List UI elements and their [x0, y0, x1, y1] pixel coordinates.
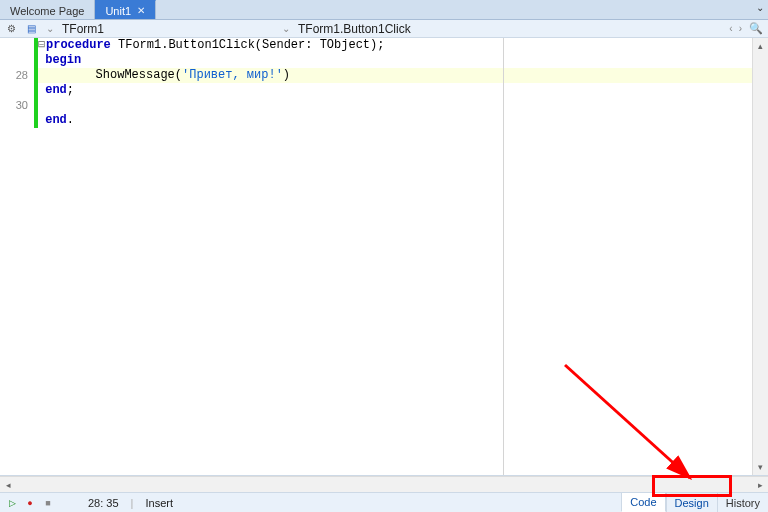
cursor-position: 28: 35	[88, 497, 119, 509]
line-number: 30	[0, 98, 28, 113]
close-icon[interactable]: ✕	[137, 3, 145, 19]
stop-icon[interactable]: ■	[42, 497, 54, 509]
button-label: Design	[675, 497, 709, 509]
code-text: ;	[67, 83, 74, 97]
view-design-button[interactable]: Design	[666, 493, 717, 512]
insert-mode: Insert	[145, 497, 173, 509]
keyword: begin	[45, 53, 81, 67]
code-text: ShowMessage(	[38, 68, 182, 82]
class-icon[interactable]: ⚙	[4, 22, 18, 36]
vertical-splitter[interactable]	[503, 38, 504, 475]
play-icon[interactable]: ▷	[6, 497, 18, 509]
chevron-down-icon[interactable]: ⌄	[44, 23, 56, 34]
scroll-left-icon[interactable]: ◂	[0, 480, 16, 490]
record-icon[interactable]: ●	[24, 497, 36, 509]
button-label: History	[726, 497, 760, 509]
methods-icon[interactable]: ▤	[24, 22, 38, 36]
chevron-down-icon[interactable]: ⌄	[280, 23, 292, 34]
search-icon[interactable]: 🔍	[748, 22, 764, 35]
status-bar: ▷ ● ■ 28: 35 | Insert Code Design Histor…	[0, 492, 768, 512]
breadcrumb-class[interactable]: TForm1	[62, 22, 104, 36]
horizontal-scrollbar[interactable]: ◂ ▸	[0, 476, 768, 492]
vertical-scrollbar[interactable]: ▴ ▾	[752, 38, 768, 475]
tab-label: Unit1	[105, 3, 131, 19]
code-area[interactable]: ⊟procedure TForm1.Button1Click(Sender: T…	[38, 38, 752, 475]
tab-label: Welcome Page	[10, 3, 84, 19]
scroll-down-icon[interactable]: ▾	[753, 459, 768, 475]
keyword: end	[45, 83, 67, 97]
string-literal: 'Привет, мир!'	[182, 68, 283, 82]
breadcrumb-method[interactable]: TForm1.Button1Click	[298, 22, 411, 36]
tab-unit1[interactable]: Unit1 ✕	[95, 0, 156, 19]
code-text: )	[283, 68, 290, 82]
line-gutter: 28 30	[0, 38, 34, 475]
code-text: .	[67, 113, 74, 127]
navigation-bar: ⚙ ▤ ⌄ TForm1 ⌄ TForm1.Button1Click ‹ › 🔍	[0, 20, 768, 38]
document-tabs: Welcome Page Unit1 ✕ ⌄	[0, 0, 768, 20]
view-history-button[interactable]: History	[717, 493, 768, 512]
chevron-left-icon[interactable]: ‹	[729, 23, 732, 34]
chevron-down-icon[interactable]: ⌄	[756, 2, 764, 13]
editor: 28 30 ⊟procedure TForm1.Button1Click(Sen…	[0, 38, 768, 476]
line-number: 28	[0, 68, 28, 83]
tab-welcome-page[interactable]: Welcome Page	[0, 0, 95, 19]
keyword: end	[45, 113, 67, 127]
button-label: Code	[630, 496, 656, 508]
scroll-up-icon[interactable]: ▴	[753, 38, 768, 54]
scroll-right-icon[interactable]: ▸	[752, 480, 768, 490]
code-text: TForm1.Button1Click(Sender: TObject);	[111, 38, 385, 52]
view-code-button[interactable]: Code	[621, 492, 665, 512]
keyword: procedure	[46, 38, 111, 52]
chevron-right-icon[interactable]: ›	[739, 23, 742, 34]
